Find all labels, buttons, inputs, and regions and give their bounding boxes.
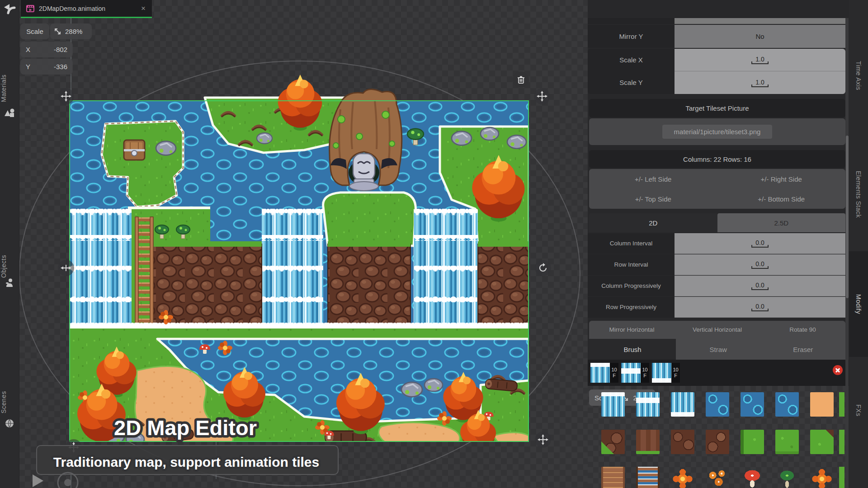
back-button[interactable] (3, 3, 16, 15)
panel-scrollbar[interactable] (845, 18, 849, 488)
right-tab-strip: Time AxisElements StackModifyFXs (849, 0, 868, 488)
label: Row Progressively (588, 297, 675, 318)
globe-icon[interactable] (4, 418, 15, 429)
trash-icon (517, 75, 525, 84)
map-artwork[interactable] (69, 100, 529, 442)
resize-diagonal-icon (54, 28, 61, 35)
button--right-side[interactable]: +/- Right Side (717, 169, 846, 189)
canvas-y-field[interactable]: Y-336 (20, 59, 73, 75)
palette-tile-mushroom-green[interactable] (775, 467, 799, 488)
label: Column Progressively (588, 276, 675, 296)
panel-tab-elements-stack[interactable]: Elements Stack (849, 158, 868, 230)
row-row-progressively: Row Progressively0.0 (589, 297, 845, 318)
tab-close-button[interactable]: × (135, 4, 152, 13)
value-field[interactable]: 0.0 (675, 254, 845, 275)
delete-map-button[interactable] (513, 71, 529, 88)
palette-tile-bridge[interactable] (601, 467, 625, 488)
palette-row-2 (601, 430, 834, 454)
tileset-header: Target Tileset Picture (589, 99, 845, 117)
palette-tile-dirt-rocks2[interactable] (706, 430, 729, 454)
palette-tile-water[interactable] (775, 392, 799, 417)
palette-tile-cliff-grass[interactable] (601, 430, 625, 454)
person-icon[interactable] (4, 278, 15, 289)
palette-tile-mushrooms-orange[interactable] (706, 467, 729, 488)
palette-tile-cliff-columns[interactable] (636, 430, 660, 454)
palette-row-1 (601, 392, 834, 417)
frame-count: 10F (610, 363, 618, 383)
palette-tile-grass[interactable] (775, 430, 799, 454)
panel-tab-modify[interactable]: Modify (849, 251, 868, 357)
button--bottom-side[interactable]: +/- Bottom Side (717, 189, 846, 209)
value-field[interactable]: 0.0 (675, 297, 845, 318)
palette-tile-waterfall-bottom[interactable] (671, 392, 694, 417)
palette-tile-waterfall-top[interactable] (601, 392, 625, 417)
palette-tile-clipped[interactable] (839, 467, 844, 488)
palette-tile-grass-edge[interactable] (741, 430, 764, 454)
document-tab[interactable]: 2DMapDemo.animation × (21, 0, 152, 18)
palette-tile-water[interactable] (741, 392, 764, 417)
rotate-icon (538, 263, 548, 273)
properties-panel: Mirror Y No Scale X 1.0 Scale Y 1.0 Targ… (588, 0, 849, 488)
tool-tab-straw[interactable]: Straw (676, 339, 761, 360)
side-buttons-group: +/- Left Side+/- Right Side+/- Top Side+… (589, 169, 845, 209)
scale-y-field[interactable]: 1.0 (675, 71, 845, 94)
shapes-icon[interactable] (4, 108, 15, 118)
value-field[interactable]: 0.0 (675, 233, 845, 254)
button-rotate-90[interactable]: Rotate 90 (760, 321, 845, 339)
transform-buttons: Mirror HorizontalVertical HorizontalRota… (589, 321, 845, 339)
palette-tile-clipped[interactable] (839, 392, 844, 417)
button--top-side[interactable]: +/- Top Side (589, 189, 717, 209)
move-handle-top-left[interactable] (58, 88, 74, 104)
grid-info-header: Columns: 22 Rows: 16 (589, 150, 845, 168)
tileset-path-row[interactable]: material/1picture/tileset3.png (589, 118, 845, 145)
palette-tile-mushroom-red[interactable] (741, 467, 764, 488)
remove-frames-button[interactable] (833, 365, 843, 375)
left-toolbar: MaterialsObjectsScenes (0, 0, 19, 488)
panel-tab-fxs[interactable]: FXs (849, 397, 868, 424)
tool-tab-eraser[interactable]: Eraser (761, 339, 846, 360)
map-canvas[interactable]: Scale 288% X-802 Y-336 (19, 0, 588, 488)
button-vertical-horizontal[interactable]: Vertical Horizontal (675, 321, 760, 339)
waterfall-mid-thumbnail (621, 363, 641, 383)
move-handle-bottom-right[interactable] (535, 432, 551, 448)
button-mirror-horizontal[interactable]: Mirror Horizontal (589, 321, 675, 339)
cropped-row-value (675, 18, 845, 24)
mode-tab-2d[interactable]: 2D (589, 213, 717, 232)
animation-clip-icon (26, 5, 34, 12)
value-field[interactable]: 0.0 (675, 276, 845, 296)
animation-frame-3[interactable]: 10F (652, 363, 680, 383)
play-button[interactable] (33, 474, 43, 487)
scale-x-label: Scale X (588, 49, 675, 71)
tool-tabs: BrushStrawEraser (589, 339, 845, 360)
palette-tile-clipped[interactable] (839, 430, 844, 454)
move-icon (61, 91, 71, 102)
palette-tile-water[interactable] (706, 392, 729, 417)
mirror-y-label: Mirror Y (588, 25, 675, 48)
palette-tile-dirt-rocks[interactable] (671, 430, 694, 454)
canvas-x-field[interactable]: X-802 (20, 42, 73, 57)
tab-title: 2DMapDemo.animation (39, 5, 135, 12)
mirror-y-value[interactable]: No (675, 25, 845, 48)
panel-tab-time-axis[interactable]: Time Axis (849, 51, 868, 100)
animation-frames-strip: 10F10F10F (588, 360, 849, 386)
palette-tile-flower-orange[interactable] (671, 467, 694, 488)
tool-tab-brush[interactable]: Brush (589, 339, 676, 360)
palette-tile-flower-orange2[interactable] (810, 467, 834, 488)
sidebar-item-scenes[interactable]: Scenes (0, 382, 19, 422)
animation-frame-2[interactable]: 10F (621, 363, 649, 383)
palette-tile-bridge-water[interactable] (636, 467, 660, 488)
label: Row Interval (588, 254, 675, 275)
palette-tile-sand[interactable] (810, 392, 834, 417)
palette-tile-grass-corner[interactable] (810, 430, 834, 454)
waterfall-top-thumbnail (590, 363, 610, 383)
rotate-handle-right[interactable] (535, 260, 551, 276)
move-handle-top-right[interactable] (534, 88, 550, 104)
resize-handle-left[interactable] (58, 260, 74, 276)
animation-frame-1[interactable]: 10F (590, 363, 618, 383)
scale-x-field[interactable]: 1.0 (675, 49, 845, 71)
palette-tile-waterfall-mid[interactable] (636, 392, 660, 417)
mode-tab-2.5d[interactable]: 2.5D (717, 213, 846, 232)
button--left-side[interactable]: +/- Left Side (589, 169, 717, 189)
canvas-zoom-control[interactable]: 288% (50, 23, 92, 39)
sidebar-item-materials[interactable]: Materials (0, 68, 19, 108)
